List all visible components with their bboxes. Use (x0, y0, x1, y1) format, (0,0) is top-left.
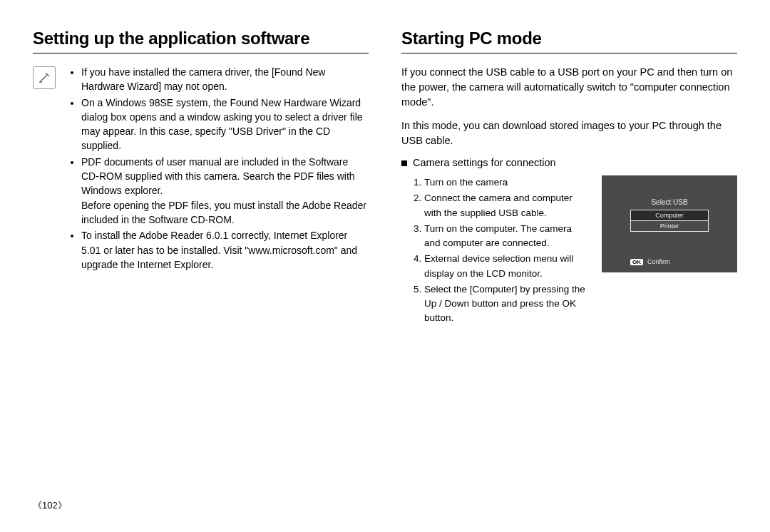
square-bullet-icon (401, 160, 407, 166)
bullet-follow-text: Before opening the PDF files, you must i… (81, 198, 369, 227)
lcd-menu-item-computer: Computer (630, 210, 709, 221)
note-icon (33, 66, 56, 89)
lcd-preview: Select USB Computer Printer OK Confirm (602, 175, 737, 272)
step-item: Turn on the camera (424, 175, 589, 190)
intro-paragraph-2: In this mode, you can download stored im… (401, 118, 737, 148)
lcd-ok-badge: OK (630, 259, 643, 265)
bullet-text: To install the Adobe Reader 6.0.1 correc… (81, 230, 357, 270)
step-item: Connect the camera and computer with the… (424, 191, 589, 220)
lcd-confirm-label: Confirm (647, 258, 670, 265)
left-column: Setting up the application software If y… (33, 29, 369, 327)
steps-row: Turn on the camera Connect the camera an… (401, 175, 737, 327)
left-heading: Setting up the application software (33, 29, 369, 48)
lcd-menu: Computer Printer (630, 210, 709, 232)
lcd-footer: OK Confirm (630, 258, 737, 265)
bullet-item: To install the Adobe Reader 6.0.1 correc… (81, 228, 369, 272)
right-column: Starting PC mode If you connect the USB … (401, 29, 737, 327)
two-column-layout: Setting up the application software If y… (33, 29, 737, 327)
steps-list: Turn on the camera Connect the camera an… (401, 175, 589, 327)
subheading-text: Camera settings for connection (413, 157, 556, 168)
bullet-text: On a Windows 98SE system, the Found New … (81, 97, 363, 152)
lcd-menu-item-printer: Printer (630, 221, 709, 232)
step-item: Turn on the computer. The camera and com… (424, 222, 589, 251)
intro-paragraph-1: If you connect the USB cable to a USB po… (401, 65, 737, 110)
step-item: External device selection menu will disp… (424, 252, 589, 281)
bullet-item: PDF documents of user manual are include… (81, 155, 369, 227)
step-item: Select the [Computer] by pressing the Up… (424, 282, 589, 326)
subheading: Camera settings for connection (401, 157, 737, 168)
page-number: 《102》 (33, 499, 67, 512)
manual-page: Setting up the application software If y… (0, 0, 770, 532)
heading-rule-left (33, 53, 369, 53)
bullet-text: If you have installed the camera driver,… (81, 66, 325, 92)
note-bullet-list: If you have installed the camera driver,… (68, 65, 369, 273)
bullet-item: On a Windows 98SE system, the Found New … (81, 96, 369, 153)
heading-rule-right (401, 53, 737, 53)
bullet-text: PDF documents of user manual are include… (81, 156, 355, 197)
right-heading: Starting PC mode (401, 29, 737, 48)
note-block: If you have installed the camera driver,… (33, 65, 369, 273)
bullet-item: If you have installed the camera driver,… (81, 65, 369, 94)
lcd-title: Select USB (602, 198, 737, 206)
